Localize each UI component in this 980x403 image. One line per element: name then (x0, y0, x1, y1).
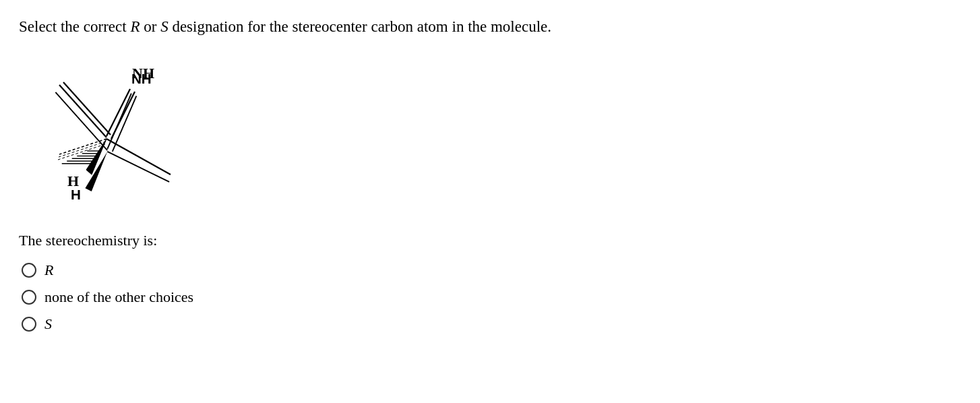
svg-line-13 (107, 94, 131, 150)
choice-s-label: S (44, 315, 52, 333)
choice-none[interactable]: none of the other choices (22, 288, 961, 306)
molecule-diagram: NH H (19, 50, 221, 225)
svg-text:NH: NH (131, 71, 152, 86)
radio-none[interactable] (22, 290, 36, 305)
choice-r[interactable]: R (22, 261, 961, 279)
stereo-label: The stereochemistry is: (19, 232, 961, 249)
question-text: Select the correct R or S designation fo… (19, 16, 961, 38)
molecule-svg-clean: NH H (19, 50, 221, 232)
choice-none-label: none of the other choices (44, 288, 193, 306)
s-designation: S (160, 18, 169, 35)
choice-r-label: R (44, 261, 53, 279)
svg-text:H: H (71, 187, 81, 202)
svg-line-12 (55, 92, 107, 150)
choice-s[interactable]: S (22, 315, 961, 333)
radio-r[interactable] (22, 263, 36, 278)
svg-line-23 (107, 152, 169, 182)
svg-marker-15 (85, 152, 107, 191)
question-container: Select the correct R or S designation fo… (19, 16, 961, 333)
radio-s[interactable] (22, 317, 36, 332)
svg-line-14 (113, 96, 137, 152)
r-designation: R (130, 18, 140, 35)
choices-container: R none of the other choices S (22, 261, 961, 333)
